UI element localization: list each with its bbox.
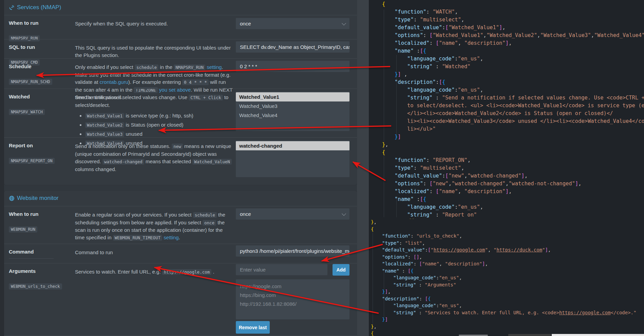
- setting-label: When to run: [9, 20, 72, 26]
- page-left-edge: [0, 0, 4, 336]
- code-line: {: [382, 0, 644, 8]
- code-line: "language_code":"en_us",: [382, 55, 644, 63]
- code-block: {"function": "WATCH","type": "multiselec…: [382, 0, 644, 219]
- remove-last-button[interactable]: Remove last: [236, 321, 270, 334]
- code-chip: 0 4 * * *: [182, 79, 209, 85]
- sql-query-input[interactable]: SELECT dv.dev_Name as Object_PrimaryID, …: [236, 41, 349, 53]
- schedule-input[interactable]: 0 2 * * *: [236, 61, 349, 72]
- list-item: Watched_Value3 unused: [85, 130, 234, 138]
- inline-link[interactable]: crontab.guru: [100, 79, 128, 85]
- setting-description: Command to run: [75, 249, 234, 256]
- card-header-webmon: Website monitor: [4, 191, 357, 206]
- row-webmon-run: When to run WEBMON_RUN Enable a regular …: [4, 206, 357, 244]
- code-chip: watched-changed: [102, 159, 144, 165]
- card-services-nmap: Services (NMAP) When to run NMAPSRV_RUN …: [4, 0, 357, 185]
- row-nmapsrv-cmd: SQL to run NMAPSRV_CMD This SQL query is…: [4, 39, 357, 59]
- scrollbar-fragment[interactable]: [459, 335, 488, 336]
- report-on-multiselect[interactable]: newwatched-changedwatched-not-changed: [236, 141, 349, 177]
- code-chip: Watched_Value1: [85, 113, 124, 119]
- select-option[interactable]: watched-changed: [236, 141, 349, 150]
- list-item: Watched_Value1 is service type (e.g.: ht…: [85, 112, 234, 119]
- code-chip: Watched_Value3: [85, 131, 124, 137]
- code-line: }] ,: [382, 71, 644, 78]
- input-placeholder: Enter value: [240, 267, 266, 273]
- code-line: li></ul>": [382, 125, 644, 133]
- watched-multiselect[interactable]: Watched_Value1Watched_Value2Watched_Valu…: [236, 92, 349, 131]
- setting-description: Enable a regular scan of your services. …: [75, 211, 229, 241]
- chevron-down-icon: [342, 21, 346, 25]
- code-line: }]: [382, 133, 644, 141]
- code-line: "name" :[{: [382, 195, 644, 203]
- code-line: "type": "multiselect",: [382, 16, 644, 24]
- code-line: "default_value":["new","watched-changed"…: [382, 172, 644, 180]
- select-value: once: [240, 211, 251, 217]
- code-chip: https://google.com: [162, 269, 211, 275]
- select-option[interactable]: Watched_Value1: [236, 92, 349, 101]
- horizontal-scrollbar-thumb[interactable]: [508, 334, 551, 336]
- json-code-editor[interactable]: {"function": "WATCH","type": "multiselec…: [369, 0, 644, 336]
- setting-key-chip: NMAPSRV_REPORT_ON: [9, 158, 55, 164]
- select-option[interactable]: Watched_Value4: [236, 111, 349, 120]
- code-chip: CTRL + Click: [189, 95, 223, 100]
- code-line: "string" : "Watched": [382, 63, 644, 71]
- code-line: li><li><code>Watched_Value3</code> unuse…: [382, 117, 644, 125]
- select-value: once: [240, 21, 251, 26]
- chevron-down-icon: [342, 211, 346, 216]
- code-line: "options": ["new","watched-changed","wat…: [382, 180, 644, 188]
- command-input[interactable]: python3 /home/pi/pialert/front/plugins/w…: [236, 245, 349, 257]
- row-nmapsrv-run-schd: Schedule NMAPSRV_RUN_SCHD Only enabled i…: [4, 58, 357, 89]
- code-line: to select/deselect. <ul> <li><code>Watch…: [382, 102, 644, 110]
- setting-description: Send a notification only on these status…: [75, 143, 234, 173]
- code-line: "string" : "Report on": [382, 211, 644, 219]
- code-line: "localized": ["name", "description"],: [382, 188, 644, 195]
- inline-link[interactable]: setting: [207, 64, 222, 70]
- input-value: SELECT dv.dev_Name as Object_PrimaryID, …: [240, 44, 349, 50]
- code-line: {: [382, 149, 644, 156]
- code-line: "language_code":"en_us",: [382, 203, 644, 211]
- code-line: }]: [371, 316, 636, 323]
- url-entry-input[interactable]: Enter value: [236, 264, 327, 275]
- webmon-run-select[interactable]: once: [236, 208, 349, 220]
- satellite-dish-icon: [9, 5, 15, 11]
- setting-key-chip: WEBMON_urls_to_check: [9, 283, 62, 290]
- select-option[interactable]: Watched_Value3: [236, 101, 349, 111]
- url-list-textarea[interactable]: https://google.com https://bing.com http…: [236, 279, 349, 319]
- setting-key-chip: NMAPSRV_RUN_SCHD: [9, 79, 52, 85]
- setting-label: Arguments: [9, 268, 72, 274]
- code-line: "default_value":["https://google.com", "…: [371, 246, 636, 254]
- row-webmon-command: Command Command to run python3 /home/pi/…: [4, 244, 357, 263]
- setting-label: Report on: [9, 143, 72, 148]
- code-line: "function": "urls_to_check",: [371, 232, 636, 240]
- code-line: "type": "list",: [371, 240, 636, 247]
- code-chip: WEBMON_RUN_TIMEOUT: [113, 235, 162, 241]
- nmapsrv-run-select[interactable]: once: [236, 18, 349, 29]
- setting-label: Command: [9, 249, 72, 255]
- setting-label: SQL to run: [9, 44, 72, 50]
- code-line: "name" : [{: [371, 267, 636, 275]
- row-nmapsrv-watch: Watched NMAPSRV_WATCH Send a notificatio…: [4, 89, 357, 138]
- code-chip: schedule: [193, 212, 217, 218]
- card-title-nmap: Services (NMAP): [17, 4, 61, 11]
- code-chip: Watched_Value2: [85, 122, 124, 128]
- code-line: "localized": ["name", "description"],: [371, 260, 636, 267]
- code-line: "default_value":["Watched_Value1"],: [382, 24, 644, 32]
- code-line: "string" : "Arguments": [371, 281, 636, 288]
- add-button[interactable]: Add: [333, 264, 349, 276]
- input-value: 0 2 * * *: [240, 63, 257, 69]
- code-line: "function": "REPORT_ON",: [382, 156, 644, 164]
- code-line: "string" : "Send a notification if selec…: [382, 94, 644, 102]
- setting-label: When to run: [9, 211, 72, 217]
- code-line: "language_code":"en_us",: [371, 274, 636, 281]
- card-title-webmon: Website monitor: [17, 195, 59, 202]
- inline-link[interactable]: setting: [164, 235, 178, 240]
- card-header-nmap: Services (NMAP): [4, 0, 357, 15]
- code-line: "options": [],: [371, 254, 636, 261]
- code-chip: once: [203, 220, 216, 226]
- code-line: },: [371, 219, 636, 226]
- code-line: "language_code":"en_us",: [382, 86, 644, 94]
- code-line: </li><li><code>Watched_Value2</code> is …: [382, 110, 644, 117]
- code-line: "language_code":"en_us",: [371, 302, 636, 309]
- code-line: "description":[{: [382, 78, 644, 86]
- setting-key-chip: NMAPSRV_WATCH: [9, 109, 45, 115]
- code-line: }],: [371, 288, 636, 295]
